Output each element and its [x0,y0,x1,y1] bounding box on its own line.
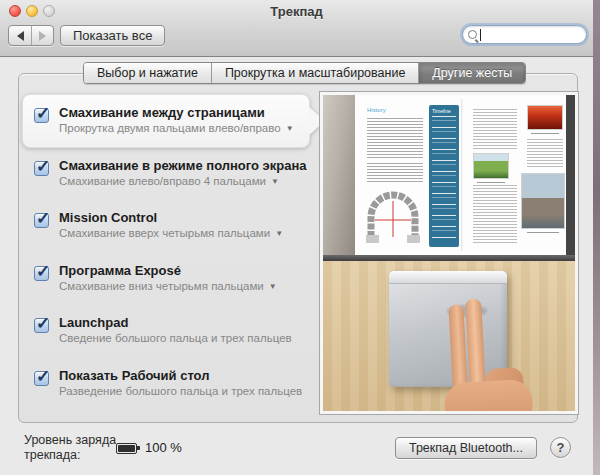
checkbox-expose[interactable] [34,266,49,281]
gesture-option-dropdown[interactable]: Смахивание вверх четырьмя пальцами▼ [59,226,283,241]
gesture-title: Mission Control [59,210,283,226]
gesture-row-swipe-fullscreen: Смахивание в режиме полного экрана Смахи… [26,149,322,202]
gesture-title: Смахивание между страницами [59,105,294,121]
gesture-title: Смахивание в режиме полного экрана [59,158,307,174]
checkbox-show-desktop[interactable] [34,371,49,386]
back-arrow-icon [17,31,24,41]
gesture-option-dropdown[interactable]: Прокрутка двумя пальцами влево/вправо▼ [59,121,294,136]
history-nav [8,25,54,46]
bluetooth-trackpad-button[interactable]: Трекпад Bluetooth... [395,437,537,459]
demo-timeline-sidebar: Timeline [429,105,459,247]
show-all-button[interactable]: Показать все [60,25,165,46]
search-input[interactable] [462,25,587,44]
checkbox-swipe-fullscreen[interactable] [34,161,49,176]
bridge-photo-red-sunset [527,105,563,130]
gesture-demo-video: History Timeline [320,92,578,414]
chevron-down-icon: ▼ [269,279,277,294]
tab-bar: Выбор и нажатие Прокрутка и масштабирова… [83,62,526,84]
gesture-option-dropdown[interactable]: Смахивание вниз четырьмя пальцами▼ [59,279,277,294]
window-title: Трекпад [0,4,593,19]
gesture-row-swipe-between-pages: Смахивание между страницами Прокрутка дв… [26,96,322,149]
forward-button[interactable] [31,26,53,45]
back-button[interactable] [9,26,31,45]
gesture-list: Смахивание между страницами Прокрутка дв… [26,96,322,412]
checkbox-mission-control[interactable] [34,213,49,228]
gesture-title: Launchpad [59,315,292,331]
forward-arrow-icon [39,31,46,41]
gesture-subtitle: Разведение большого пальца и трех пальце… [59,384,302,399]
battery-icon [116,443,137,454]
tab-point-and-click[interactable]: Выбор и нажатие [84,63,211,83]
battery-percentage: 100 % [145,440,182,455]
gesture-row-expose: Программа Exposé Смахивание вниз четырьм… [26,254,322,307]
tab-more-gestures[interactable]: Другие жесты [418,63,525,83]
gesture-row-show-desktop: Показать Рабочий стол Разведение большог… [26,359,322,412]
bridge-photo-tower-bridge [521,173,565,229]
chevron-down-icon: ▼ [275,226,283,241]
trackpad-preferences-window: Трекпад Показать все Выбор и нажатие Про… [0,0,600,475]
bridge-photo-green-landscape [473,153,509,179]
checkbox-launchpad[interactable] [34,318,49,333]
chevron-down-icon: ▼ [286,121,294,136]
gesture-title: Показать Рабочий стол [59,368,302,384]
gesture-subtitle: Сведение большого пальца и трех пальцев▼ [59,331,292,346]
gesture-title: Программа Exposé [59,263,277,279]
demo-page-heading: History [367,107,386,113]
demo-hand [320,255,578,414]
demo-sidebar-title: Timeline [432,108,456,114]
battery-level-label: Уровень заряда трекпада: [24,433,122,463]
gesture-row-mission-control: Mission Control Смахивание вверх четырьм… [26,201,322,254]
demo-document-pages: History Timeline [323,95,575,261]
turning-page-edge [323,95,355,255]
titlebar[interactable]: Трекпад [0,0,593,22]
gesture-row-launchpad: Launchpad Сведение большого пальца и тре… [26,306,322,359]
help-button[interactable]: ? [550,437,571,458]
desktop-background-strip [593,0,600,475]
search-icon [468,30,477,39]
chevron-down-icon: ▼ [271,174,279,189]
checkbox-swipe-between-pages[interactable] [34,108,49,123]
arch-diagram [361,187,425,245]
demo-trackpad-scene [323,261,575,411]
tab-scroll-and-zoom[interactable]: Прокрутка и масштабирование [211,63,418,83]
window-chrome: Трекпад Показать все [0,0,593,57]
text-caret [480,29,481,41]
gesture-option-dropdown[interactable]: Смахивание влево/вправо 4 пальцами▼ [59,174,307,189]
